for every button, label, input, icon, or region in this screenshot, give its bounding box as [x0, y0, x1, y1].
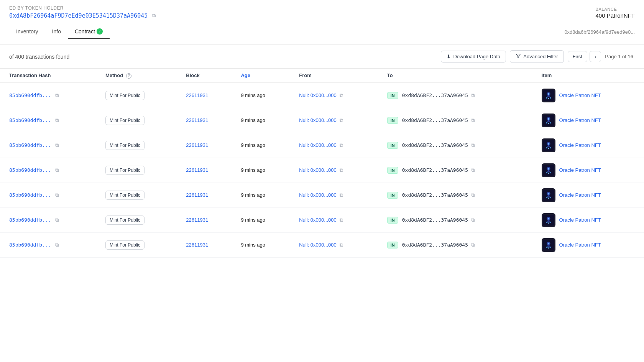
- first-page-button[interactable]: First: [568, 51, 587, 62]
- svg-point-20: [549, 147, 551, 148]
- block-link[interactable]: 22611931: [186, 92, 208, 98]
- col-header-block: Block: [177, 69, 232, 83]
- svg-point-26: [546, 172, 547, 173]
- tab-inventory[interactable]: Inventory: [9, 25, 45, 39]
- tx-hash-link[interactable]: 85bb690ddfb...: [9, 92, 51, 98]
- copy-to-button[interactable]: ⧉: [471, 142, 475, 148]
- tx-hash-link[interactable]: 85bb690ddfb...: [9, 217, 51, 223]
- cell-age: 9 mins ago: [232, 133, 290, 158]
- col-header-age: Age: [232, 69, 290, 83]
- cell-item: Oracle Patron NFT: [532, 183, 644, 207]
- copy-txhash-button[interactable]: ⧉: [55, 142, 59, 148]
- copy-to-button[interactable]: ⧉: [471, 242, 475, 248]
- copy-from-button[interactable]: ⧉: [340, 117, 343, 123]
- svg-point-49: [548, 247, 549, 248]
- tab-info[interactable]: Info: [45, 25, 68, 39]
- cell-method: Mint For Public: [96, 183, 177, 207]
- item-name-link[interactable]: Oracle Patron NFT: [559, 217, 601, 223]
- block-link[interactable]: 22611931: [186, 117, 208, 123]
- balance-value: 400 PatronNFT: [595, 12, 635, 19]
- copy-from-button[interactable]: ⧉: [340, 142, 343, 148]
- tx-hash-link[interactable]: 85bb690ddfb...: [9, 192, 51, 198]
- method-badge: Mint For Public: [105, 116, 145, 125]
- svg-point-21: [548, 148, 549, 149]
- copy-txhash-button[interactable]: ⧉: [55, 192, 59, 198]
- svg-point-6: [549, 97, 551, 99]
- copy-from-button[interactable]: ⧉: [340, 192, 343, 198]
- cell-from: Null: 0x000...000 ⧉: [290, 232, 378, 257]
- block-link[interactable]: 22611931: [186, 217, 208, 223]
- block-link[interactable]: 22611931: [186, 167, 208, 173]
- svg-point-27: [549, 172, 551, 173]
- svg-point-5: [546, 97, 547, 99]
- copy-txhash-button[interactable]: ⧉: [55, 217, 59, 223]
- copy-txhash-button[interactable]: ⧉: [55, 117, 59, 123]
- method-badge: Mint For Public: [105, 91, 145, 100]
- item-name-link[interactable]: Oracle Patron NFT: [559, 192, 601, 198]
- nft-thumbnail: [542, 163, 555, 177]
- copy-address-button[interactable]: ⧉: [152, 13, 156, 19]
- advanced-filter-button[interactable]: Advanced Filter: [510, 50, 564, 63]
- nft-thumbnail: [542, 213, 555, 227]
- svg-point-35: [548, 197, 549, 199]
- prev-page-button[interactable]: ‹: [590, 51, 601, 62]
- to-address: 0xd8dA6BF2...37aA96045: [402, 92, 468, 98]
- table-row: 85bb690ddfb... ⧉ Mint For Public22611931…: [0, 83, 644, 108]
- nft-thumbnail: [542, 188, 555, 202]
- copy-from-button[interactable]: ⧉: [340, 242, 343, 248]
- download-page-data-button[interactable]: ⬇ Download Page Data: [441, 51, 506, 63]
- cell-to: IN 0xd8dA6BF2...37aA96045 ⧉: [378, 133, 532, 158]
- tab-contract[interactable]: Contract ✓: [68, 25, 110, 39]
- cell-age: 9 mins ago: [232, 83, 290, 108]
- cell-txhash: 85bb690ddfb... ⧉: [0, 83, 96, 108]
- tx-hash-link[interactable]: 85bb690ddfb...: [9, 142, 51, 148]
- copy-from-button[interactable]: ⧉: [340, 167, 343, 173]
- from-link[interactable]: Null: 0x000...000: [299, 217, 337, 223]
- copy-to-button[interactable]: ⧉: [471, 117, 475, 123]
- from-link[interactable]: Null: 0x000...000: [299, 117, 337, 123]
- item-name-link[interactable]: Oracle Patron NFT: [559, 142, 601, 148]
- item-name-link[interactable]: Oracle Patron NFT: [559, 242, 601, 248]
- copy-from-button[interactable]: ⧉: [340, 217, 343, 223]
- table-row: 85bb690ddfb... ⧉ Mint For Public22611931…: [0, 183, 644, 207]
- copy-to-button[interactable]: ⧉: [471, 167, 475, 173]
- from-link[interactable]: Null: 0x000...000: [299, 242, 337, 248]
- from-link[interactable]: Null: 0x000...000: [299, 142, 337, 148]
- from-link[interactable]: Null: 0x000...000: [299, 167, 337, 173]
- to-address: 0xd8dA6BF2...37aA96045: [402, 192, 468, 198]
- method-help-icon[interactable]: ?: [126, 73, 131, 79]
- item-name-link[interactable]: Oracle Patron NFT: [559, 92, 601, 98]
- from-link[interactable]: Null: 0x000...000: [299, 92, 337, 98]
- from-link[interactable]: Null: 0x000...000: [299, 192, 337, 198]
- cell-block: 22611931: [177, 207, 232, 232]
- tx-hash-link[interactable]: 85bb690ddfb...: [9, 117, 51, 123]
- cell-from: Null: 0x000...000 ⧉: [290, 83, 378, 108]
- copy-to-button[interactable]: ⧉: [471, 92, 475, 99]
- svg-point-42: [548, 222, 549, 224]
- block-link[interactable]: 22611931: [186, 192, 208, 198]
- item-name-link[interactable]: Oracle Patron NFT: [559, 117, 601, 123]
- copy-txhash-button[interactable]: ⧉: [55, 92, 59, 99]
- copy-to-button[interactable]: ⧉: [471, 192, 475, 198]
- transactions-table: Transaction Hash Method ? Block Age From…: [0, 69, 644, 258]
- method-badge: Mint For Public: [105, 141, 145, 150]
- owner-address-link[interactable]: 0xdA8bF26964aF9D7eEd9e03E53415D37aA96045: [9, 12, 148, 19]
- tx-hash-link[interactable]: 85bb690ddfb...: [9, 242, 51, 248]
- copy-to-button[interactable]: ⧉: [471, 217, 475, 223]
- transaction-count: of 400 transactions found: [9, 54, 69, 60]
- cell-age: 9 mins ago: [232, 158, 290, 183]
- page-info: Page 1 of 16: [603, 54, 635, 59]
- svg-point-48: [549, 247, 551, 248]
- method-badge: Mint For Public: [105, 191, 145, 200]
- item-name-link[interactable]: Oracle Patron NFT: [559, 167, 601, 173]
- cell-method: Mint For Public: [96, 232, 177, 257]
- block-link[interactable]: 22611931: [186, 242, 208, 248]
- to-address: 0xd8dA6BF2...37aA96045: [402, 217, 468, 223]
- tx-hash-link[interactable]: 85bb690ddfb...: [9, 167, 51, 173]
- cell-age: 9 mins ago: [232, 183, 290, 207]
- block-link[interactable]: 22611931: [186, 142, 208, 148]
- copy-from-button[interactable]: ⧉: [340, 92, 343, 99]
- copy-txhash-button[interactable]: ⧉: [55, 167, 59, 173]
- svg-point-28: [548, 173, 549, 174]
- copy-txhash-button[interactable]: ⧉: [55, 242, 59, 248]
